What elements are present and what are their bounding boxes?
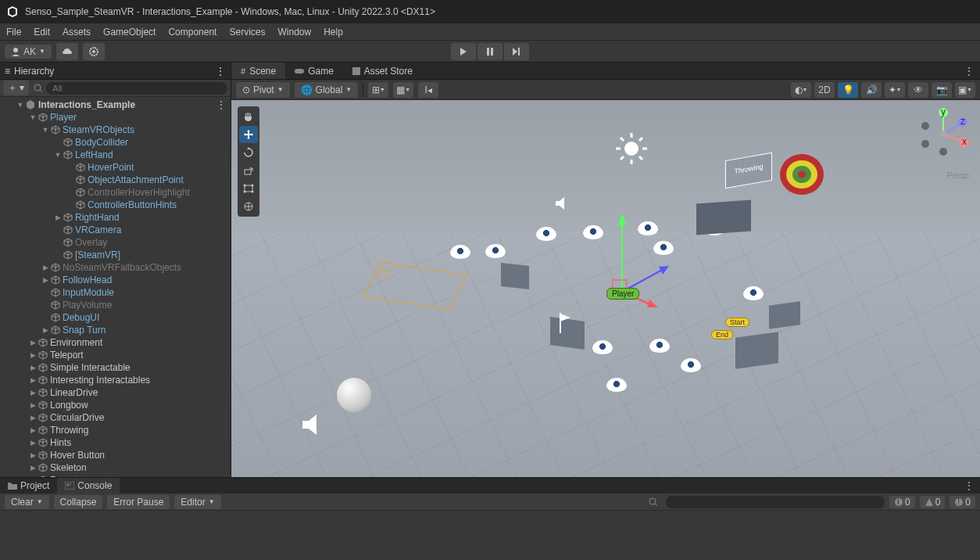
panel-menu-icon[interactable]: ⋮: [964, 480, 974, 491]
expand-arrow-icon[interactable]: ▶: [28, 339, 38, 346]
panel-menu-icon[interactable]: ⋮: [964, 66, 974, 77]
camera-gizmo[interactable]: [485, 244, 506, 258]
expand-arrow-icon[interactable]: ▶: [28, 439, 38, 447]
expand-arrow-icon[interactable]: ▶: [28, 364, 38, 372]
end-label[interactable]: End: [711, 330, 733, 339]
settings-button[interactable]: [83, 43, 105, 60]
warning-count[interactable]: 0: [920, 496, 946, 508]
collapse-toggle[interactable]: Collapse: [54, 495, 103, 509]
global-toggle[interactable]: 🌐Global▼: [295, 82, 359, 98]
grid-snap-button[interactable]: ⊞▼: [368, 82, 388, 98]
hierarchy-tab[interactable]: ≡ Hierarchy ⋮: [0, 63, 231, 80]
console-search-input[interactable]: [666, 496, 885, 508]
pedestal[interactable]: [769, 301, 800, 329]
tab-scene[interactable]: # Scene: [231, 63, 285, 79]
camera-gizmo[interactable]: [536, 227, 556, 241]
tree-row[interactable]: ▼Player: [0, 111, 231, 124]
tree-row[interactable]: HoverPoint: [0, 161, 231, 174]
tab-project[interactable]: Project: [0, 478, 57, 494]
tree-row[interactable]: ▶CircularDrive: [0, 411, 231, 424]
tree-row[interactable]: ▶Skeleton: [0, 461, 231, 474]
tree-row[interactable]: ▼SteamVRObjects: [0, 124, 231, 136]
expand-arrow-icon[interactable]: ▶: [28, 451, 38, 459]
menu-component[interactable]: Component: [168, 27, 216, 38]
expand-arrow-icon[interactable]: ▶: [41, 326, 50, 334]
tree-row[interactable]: ▶Teleport: [0, 349, 231, 361]
pedestal[interactable]: [735, 332, 778, 369]
tree-row[interactable]: Overlay: [0, 236, 231, 249]
camera-gizmo[interactable]: [583, 225, 603, 239]
tree-row[interactable]: ▶FollowHead: [0, 274, 231, 286]
clear-button[interactable]: Clear▼: [5, 495, 49, 509]
tab-game[interactable]: Game: [285, 63, 343, 79]
player-gizmo-label[interactable]: Player: [606, 288, 639, 300]
pedestal[interactable]: [501, 263, 529, 289]
snap-toggle-button[interactable]: Ι◂: [418, 82, 438, 98]
tree-row[interactable]: ▶Remotes: [0, 474, 231, 477]
account-dropdown[interactable]: AK ▼: [5, 45, 52, 59]
editor-dropdown[interactable]: Editor▼: [174, 495, 220, 509]
expand-arrow-icon[interactable]: ▶: [41, 276, 50, 284]
scene-menu-icon[interactable]: ⋮: [216, 99, 226, 110]
tree-row[interactable]: ▶Hover Button: [0, 449, 231, 461]
expand-arrow-icon[interactable]: ▼: [28, 113, 38, 121]
camera-button[interactable]: 📷: [932, 82, 952, 98]
2d-toggle[interactable]: 2D: [814, 82, 835, 98]
directional-light-gizmo[interactable]: [614, 131, 649, 166]
lighting-toggle[interactable]: 💡: [838, 82, 858, 98]
tree-row[interactable]: ▼LeftHand: [0, 149, 231, 161]
hierarchy-search-input[interactable]: [46, 82, 227, 95]
tree-row[interactable]: ▶LinearDrive: [0, 386, 231, 399]
camera-gizmo[interactable]: [649, 339, 670, 353]
menu-help[interactable]: Help: [324, 27, 343, 38]
persp-label[interactable]: Persp: [946, 171, 969, 180]
tree-row[interactable]: ▶Simple Interactable: [0, 361, 231, 374]
fx-toggle[interactable]: ✦▼: [885, 82, 905, 98]
camera-gizmo[interactable]: [606, 378, 627, 392]
tree-row[interactable]: BodyCollider: [0, 136, 231, 149]
expand-arrow-icon[interactable]: ▶: [28, 464, 38, 472]
step-button[interactable]: [504, 43, 529, 60]
scene-viewport[interactable]: Player Start End Throwing: [231, 100, 980, 477]
menu-assets[interactable]: Assets: [63, 27, 91, 38]
move-tool[interactable]: [239, 126, 258, 143]
sphere-object[interactable]: [337, 378, 371, 412]
audio-source-gizmo[interactable]: [554, 196, 570, 210]
expand-arrow-icon[interactable]: ▶: [28, 401, 38, 409]
expand-arrow-icon[interactable]: ▼: [41, 126, 50, 134]
view-tool[interactable]: [239, 108, 258, 125]
hierarchy-tree[interactable]: ▼ Interactions_Example ⋮ ▼Player▼SteamVR…: [0, 97, 231, 477]
expand-arrow-icon[interactable]: ▶: [28, 476, 38, 477]
info-count[interactable]: i0: [889, 496, 915, 508]
error-count[interactable]: !0: [950, 496, 975, 508]
rect-tool[interactable]: [239, 180, 258, 197]
visibility-toggle[interactable]: 👁: [908, 82, 928, 98]
snap-increment-button[interactable]: ▦▼: [393, 82, 413, 98]
table-object[interactable]: [696, 200, 751, 235]
archery-target[interactable]: [778, 151, 825, 198]
tree-row[interactable]: ControllerHoverHighlight: [0, 186, 231, 199]
audio-source-gizmo[interactable]: [299, 413, 326, 436]
gizmos-dropdown[interactable]: ▣▼: [955, 82, 975, 98]
camera-gizmo[interactable]: [743, 286, 764, 300]
tree-row[interactable]: PlayVolume: [0, 299, 231, 311]
scale-tool[interactable]: [239, 162, 258, 179]
tree-row[interactable]: [SteamVR]: [0, 249, 231, 261]
start-label[interactable]: Start: [725, 318, 749, 327]
menu-gameobject[interactable]: GameObject: [103, 27, 156, 38]
tree-row[interactable]: ▶Interesting Interactables: [0, 374, 231, 386]
menu-edit[interactable]: Edit: [34, 27, 50, 38]
tree-row[interactable]: DebugUI: [0, 311, 231, 324]
pause-button[interactable]: [477, 43, 503, 60]
expand-arrow-icon[interactable]: ▶: [28, 414, 38, 422]
camera-gizmo[interactable]: [681, 358, 701, 372]
orientation-gizmo[interactable]: y x z: [916, 106, 971, 161]
tree-row[interactable]: ▶Environment: [0, 336, 231, 349]
audio-toggle[interactable]: 🔊: [861, 82, 882, 98]
camera-gizmo[interactable]: [592, 340, 613, 354]
play-button[interactable]: [451, 43, 476, 60]
panel-menu-icon[interactable]: ⋮: [215, 65, 226, 77]
tree-row[interactable]: ▶NoSteamVRFallbackObjects: [0, 261, 231, 274]
expand-arrow-icon[interactable]: ▶: [28, 389, 38, 397]
console-body[interactable]: [0, 511, 980, 560]
